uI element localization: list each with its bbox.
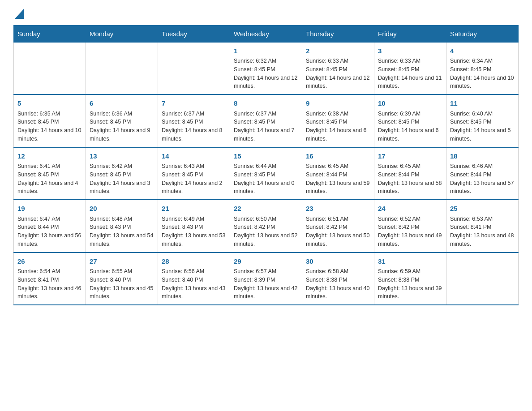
weekday-header-sunday: Sunday <box>14 25 86 42</box>
calendar-cell: 21Sunrise: 6:49 AMSunset: 8:43 PMDayligh… <box>158 200 230 253</box>
sun-info: Sunrise: 6:32 AMSunset: 8:45 PMDaylight:… <box>234 57 298 90</box>
sun-info: Sunrise: 6:36 AMSunset: 8:45 PMDaylight:… <box>90 110 154 143</box>
weekday-header-wednesday: Wednesday <box>230 25 302 42</box>
page-header <box>13 9 519 21</box>
calendar-cell: 1Sunrise: 6:32 AMSunset: 8:45 PMDaylight… <box>230 42 302 94</box>
sun-info: Sunrise: 6:48 AMSunset: 8:43 PMDaylight:… <box>90 215 154 248</box>
day-number: 13 <box>90 151 154 162</box>
svg-marker-0 <box>15 9 24 19</box>
day-number: 4 <box>450 46 515 56</box>
weekday-header-thursday: Thursday <box>302 25 374 42</box>
day-number: 24 <box>378 204 442 214</box>
weekday-header-monday: Monday <box>86 25 158 42</box>
sun-info: Sunrise: 6:44 AMSunset: 8:45 PMDaylight:… <box>234 162 298 196</box>
calendar-cell: 25Sunrise: 6:53 AMSunset: 8:41 PMDayligh… <box>446 200 519 253</box>
calendar-cell: 30Sunrise: 6:58 AMSunset: 8:38 PMDayligh… <box>302 253 374 305</box>
calendar-cell: 8Sunrise: 6:37 AMSunset: 8:45 PMDaylight… <box>230 94 302 147</box>
calendar-cell: 28Sunrise: 6:56 AMSunset: 8:40 PMDayligh… <box>158 253 230 305</box>
sun-info: Sunrise: 6:37 AMSunset: 8:45 PMDaylight:… <box>162 110 226 143</box>
weekday-header-saturday: Saturday <box>446 25 519 42</box>
calendar-cell: 19Sunrise: 6:47 AMSunset: 8:44 PMDayligh… <box>14 200 86 253</box>
day-number: 15 <box>234 151 298 162</box>
calendar-week-row: 12Sunrise: 6:41 AMSunset: 8:45 PMDayligh… <box>14 147 519 200</box>
day-number: 30 <box>306 257 370 267</box>
day-number: 29 <box>234 257 298 267</box>
calendar-cell: 26Sunrise: 6:54 AMSunset: 8:41 PMDayligh… <box>14 253 86 305</box>
calendar-cell: 27Sunrise: 6:55 AMSunset: 8:40 PMDayligh… <box>86 253 158 305</box>
calendar-cell: 23Sunrise: 6:51 AMSunset: 8:42 PMDayligh… <box>302 200 374 253</box>
sun-info: Sunrise: 6:57 AMSunset: 8:39 PMDaylight:… <box>234 267 298 301</box>
sun-info: Sunrise: 6:51 AMSunset: 8:42 PMDaylight:… <box>306 215 370 248</box>
sun-info: Sunrise: 6:49 AMSunset: 8:43 PMDaylight:… <box>162 215 226 248</box>
sun-info: Sunrise: 6:38 AMSunset: 8:45 PMDaylight:… <box>306 110 370 143</box>
calendar-cell: 6Sunrise: 6:36 AMSunset: 8:45 PMDaylight… <box>86 94 158 147</box>
calendar-cell: 18Sunrise: 6:46 AMSunset: 8:44 PMDayligh… <box>446 147 519 200</box>
day-number: 25 <box>450 204 515 214</box>
day-number: 28 <box>162 257 226 267</box>
calendar-cell: 17Sunrise: 6:45 AMSunset: 8:44 PMDayligh… <box>374 147 446 200</box>
sun-info: Sunrise: 6:45 AMSunset: 8:44 PMDaylight:… <box>378 162 442 196</box>
sun-info: Sunrise: 6:39 AMSunset: 8:45 PMDaylight:… <box>378 110 442 143</box>
sun-info: Sunrise: 6:33 AMSunset: 8:45 PMDaylight:… <box>378 57 442 90</box>
calendar-cell: 4Sunrise: 6:34 AMSunset: 8:45 PMDaylight… <box>446 42 519 94</box>
sun-info: Sunrise: 6:45 AMSunset: 8:44 PMDaylight:… <box>306 162 370 196</box>
calendar-cell: 15Sunrise: 6:44 AMSunset: 8:45 PMDayligh… <box>230 147 302 200</box>
calendar-cell: 14Sunrise: 6:43 AMSunset: 8:45 PMDayligh… <box>158 147 230 200</box>
day-number: 2 <box>306 46 370 56</box>
calendar-cell: 29Sunrise: 6:57 AMSunset: 8:39 PMDayligh… <box>230 253 302 305</box>
calendar-cell: 3Sunrise: 6:33 AMSunset: 8:45 PMDaylight… <box>374 42 446 94</box>
sun-info: Sunrise: 6:56 AMSunset: 8:40 PMDaylight:… <box>162 267 226 301</box>
sun-info: Sunrise: 6:53 AMSunset: 8:41 PMDaylight:… <box>450 215 515 248</box>
calendar-cell: 16Sunrise: 6:45 AMSunset: 8:44 PMDayligh… <box>302 147 374 200</box>
logo-triangle-icon <box>15 9 24 19</box>
calendar-cell: 10Sunrise: 6:39 AMSunset: 8:45 PMDayligh… <box>374 94 446 147</box>
day-number: 7 <box>162 98 226 109</box>
calendar-cell: 7Sunrise: 6:37 AMSunset: 8:45 PMDaylight… <box>158 94 230 147</box>
weekday-header-tuesday: Tuesday <box>158 25 230 42</box>
sun-info: Sunrise: 6:58 AMSunset: 8:38 PMDaylight:… <box>306 267 370 301</box>
calendar-cell: 20Sunrise: 6:48 AMSunset: 8:43 PMDayligh… <box>86 200 158 253</box>
sun-info: Sunrise: 6:41 AMSunset: 8:45 PMDaylight:… <box>17 162 82 196</box>
logo <box>13 9 24 21</box>
day-number: 21 <box>162 204 226 214</box>
calendar-cell: 5Sunrise: 6:35 AMSunset: 8:45 PMDaylight… <box>14 94 86 147</box>
calendar-cell: 31Sunrise: 6:59 AMSunset: 8:38 PMDayligh… <box>374 253 446 305</box>
day-number: 11 <box>450 98 515 109</box>
sun-info: Sunrise: 6:46 AMSunset: 8:44 PMDaylight:… <box>450 162 515 196</box>
sun-info: Sunrise: 6:59 AMSunset: 8:38 PMDaylight:… <box>378 267 442 301</box>
sun-info: Sunrise: 6:37 AMSunset: 8:45 PMDaylight:… <box>234 110 298 143</box>
day-number: 19 <box>17 204 82 214</box>
sun-info: Sunrise: 6:43 AMSunset: 8:45 PMDaylight:… <box>162 162 226 196</box>
day-number: 5 <box>17 98 82 109</box>
day-number: 23 <box>306 204 370 214</box>
day-number: 9 <box>306 98 370 109</box>
day-number: 20 <box>90 204 154 214</box>
calendar-week-row: 5Sunrise: 6:35 AMSunset: 8:45 PMDaylight… <box>14 94 519 147</box>
calendar-cell <box>86 42 158 94</box>
day-number: 14 <box>162 151 226 162</box>
calendar-week-row: 19Sunrise: 6:47 AMSunset: 8:44 PMDayligh… <box>14 200 519 253</box>
sun-info: Sunrise: 6:54 AMSunset: 8:41 PMDaylight:… <box>17 267 82 301</box>
day-number: 22 <box>234 204 298 214</box>
calendar-week-row: 26Sunrise: 6:54 AMSunset: 8:41 PMDayligh… <box>14 253 519 305</box>
calendar-cell <box>446 253 519 305</box>
day-number: 8 <box>234 98 298 109</box>
calendar-cell: 24Sunrise: 6:52 AMSunset: 8:42 PMDayligh… <box>374 200 446 253</box>
calendar-cell: 22Sunrise: 6:50 AMSunset: 8:42 PMDayligh… <box>230 200 302 253</box>
sun-info: Sunrise: 6:55 AMSunset: 8:40 PMDaylight:… <box>90 267 154 301</box>
calendar-table: SundayMondayTuesdayWednesdayThursdayFrid… <box>13 25 519 306</box>
calendar-cell <box>14 42 86 94</box>
sun-info: Sunrise: 6:47 AMSunset: 8:44 PMDaylight:… <box>17 215 82 248</box>
sun-info: Sunrise: 6:35 AMSunset: 8:45 PMDaylight:… <box>17 110 82 143</box>
calendar-cell: 12Sunrise: 6:41 AMSunset: 8:45 PMDayligh… <box>14 147 86 200</box>
day-number: 10 <box>378 98 442 109</box>
weekday-header-row: SundayMondayTuesdayWednesdayThursdayFrid… <box>14 25 519 42</box>
sun-info: Sunrise: 6:40 AMSunset: 8:45 PMDaylight:… <box>450 110 515 143</box>
sun-info: Sunrise: 6:52 AMSunset: 8:42 PMDaylight:… <box>378 215 442 248</box>
calendar-cell <box>158 42 230 94</box>
sun-info: Sunrise: 6:34 AMSunset: 8:45 PMDaylight:… <box>450 57 515 90</box>
sun-info: Sunrise: 6:33 AMSunset: 8:45 PMDaylight:… <box>306 57 370 90</box>
day-number: 31 <box>378 257 442 267</box>
sun-info: Sunrise: 6:50 AMSunset: 8:42 PMDaylight:… <box>234 215 298 248</box>
day-number: 12 <box>17 151 82 162</box>
